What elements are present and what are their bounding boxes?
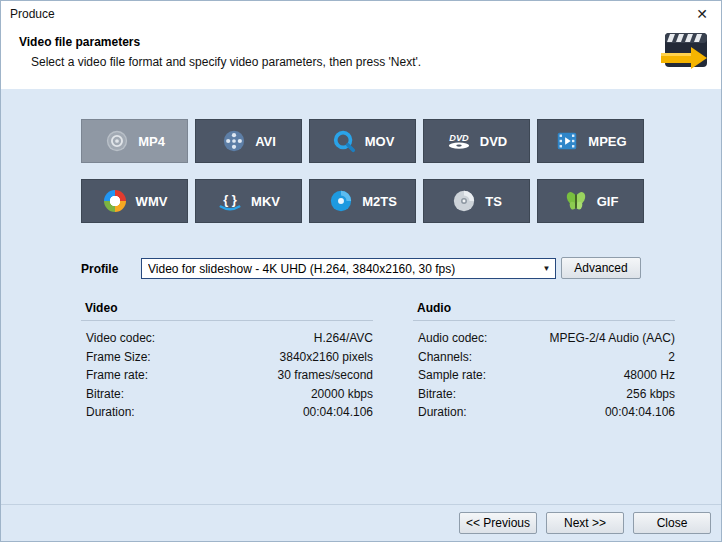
close-button[interactable]: Close <box>633 512 711 534</box>
profile-selected-value: Video for slideshow - 4K UHD (H.264, 384… <box>148 262 455 276</box>
page-title: Video file parameters <box>19 35 140 49</box>
m2ts-disc-icon <box>328 188 354 214</box>
format-label: DVD <box>480 134 507 149</box>
mov-icon <box>331 128 357 154</box>
format-button-gif[interactable]: GIF <box>537 179 644 223</box>
format-label: GIF <box>597 194 619 209</box>
row-value: 2 <box>668 348 675 367</box>
format-grid: MP4 AVI <box>81 119 644 223</box>
row-value: 00:04:04.106 <box>605 403 675 422</box>
dvd-icon: DVD <box>446 128 472 154</box>
profile-select[interactable]: Video for slideshow - 4K UHD (H.264, 384… <box>141 258 556 279</box>
row-value: 20000 kbps <box>311 385 373 404</box>
row-value: 48000 Hz <box>624 366 675 385</box>
page-subtitle: Select a video file format and specify v… <box>31 55 421 69</box>
format-button-dvd[interactable]: DVD DVD <box>423 119 530 163</box>
header: Video file parameters Select a video fil… <box>1 27 721 89</box>
format-label: MKV <box>251 194 280 209</box>
format-button-mkv[interactable]: { } MKV <box>195 179 302 223</box>
row-value: 256 kbps <box>626 385 675 404</box>
footer-bar: << Previous Next >> Close <box>1 504 721 541</box>
audio-row-bitrate: Bitrate: 256 kbps <box>413 385 675 404</box>
chevron-down-icon[interactable]: ▼ <box>538 264 555 273</box>
ts-disc-icon <box>451 188 477 214</box>
row-label: Bitrate: <box>86 385 124 404</box>
format-button-ts[interactable]: TS <box>423 179 530 223</box>
row-label: Video codec: <box>86 329 155 348</box>
format-button-mov[interactable]: MOV <box>309 119 416 163</box>
format-label: MP4 <box>138 134 165 149</box>
format-button-m2ts[interactable]: M2TS <box>309 179 416 223</box>
wmv-icon <box>102 188 128 214</box>
produce-film-arrow-icon <box>659 29 711 75</box>
video-row-frame-rate: Frame rate: 30 frames/second <box>81 366 373 385</box>
gif-butterfly-icon <box>563 188 589 214</box>
format-label: M2TS <box>362 194 397 209</box>
video-section: Video Video codec: H.264/AVC Frame Size:… <box>81 301 373 422</box>
row-label: Audio codec: <box>418 329 487 348</box>
row-label: Sample rate: <box>418 366 486 385</box>
next-button[interactable]: Next >> <box>546 512 624 534</box>
window-title: Produce <box>10 7 55 21</box>
row-label: Frame rate: <box>86 366 148 385</box>
format-label: MOV <box>365 134 395 149</box>
main-panel: MP4 AVI <box>1 89 721 541</box>
row-label: Frame Size: <box>86 348 151 367</box>
mp4-disc-icon <box>104 128 130 154</box>
format-button-avi[interactable]: AVI <box>195 119 302 163</box>
format-label: AVI <box>255 134 276 149</box>
format-button-wmv[interactable]: WMV <box>81 179 188 223</box>
row-value: 30 frames/second <box>278 366 373 385</box>
audio-section-title: Audio <box>413 301 675 321</box>
row-value: MPEG-2/4 Audio (AAC) <box>550 329 675 348</box>
video-row-codec: Video codec: H.264/AVC <box>81 329 373 348</box>
title-bar: Produce ✕ <box>1 1 721 27</box>
video-row-bitrate: Bitrate: 20000 kbps <box>81 385 373 404</box>
avi-reel-icon <box>221 128 247 154</box>
row-value: H.264/AVC <box>314 329 373 348</box>
format-button-mp4[interactable]: MP4 <box>81 119 188 163</box>
row-value: 3840x2160 pixels <box>280 348 373 367</box>
row-label: Duration: <box>86 403 135 422</box>
row-label: Channels: <box>418 348 472 367</box>
video-section-title: Video <box>81 301 373 321</box>
audio-row-sample-rate: Sample rate: 48000 Hz <box>413 366 675 385</box>
row-value: 00:04:04.106 <box>303 403 373 422</box>
mpeg-film-icon <box>554 128 580 154</box>
video-row-duration: Duration: 00:04:04.106 <box>81 403 373 422</box>
mkv-icon: { } <box>217 188 243 214</box>
format-label: WMV <box>136 194 168 209</box>
audio-row-codec: Audio codec: MPEG-2/4 Audio (AAC) <box>413 329 675 348</box>
audio-row-duration: Duration: 00:04:04.106 <box>413 403 675 422</box>
produce-dialog: Produce ✕ Video file parameters Select a… <box>0 0 722 542</box>
previous-button[interactable]: << Previous <box>459 512 537 534</box>
audio-section: Audio Audio codec: MPEG-2/4 Audio (AAC) … <box>413 301 675 422</box>
format-button-mpeg[interactable]: MPEG <box>537 119 644 163</box>
close-icon[interactable]: ✕ <box>692 4 712 24</box>
advanced-button[interactable]: Advanced <box>561 257 641 279</box>
video-row-frame-size: Frame Size: 3840x2160 pixels <box>81 348 373 367</box>
profile-label: Profile <box>81 262 118 276</box>
svg-text:DVD: DVD <box>449 133 469 143</box>
svg-text:{ }: { } <box>223 192 237 207</box>
row-label: Duration: <box>418 403 467 422</box>
format-label: TS <box>485 194 502 209</box>
row-label: Bitrate: <box>418 385 456 404</box>
format-label: MPEG <box>588 134 626 149</box>
audio-row-channels: Channels: 2 <box>413 348 675 367</box>
